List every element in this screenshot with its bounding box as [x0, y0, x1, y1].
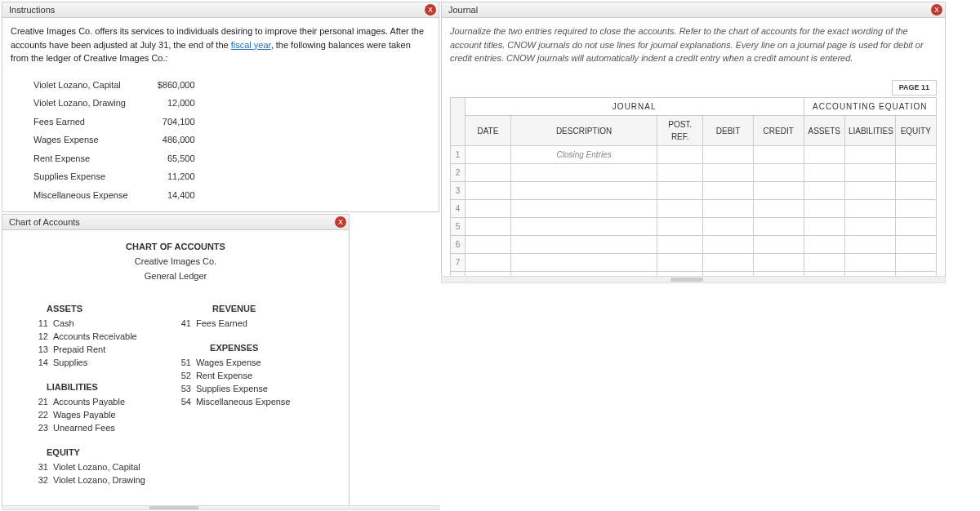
- journal-super-right: ACCOUNTING EQUATION: [804, 98, 937, 116]
- table-row: 1 Closing Entries: [451, 146, 937, 164]
- journal-title: Journal: [448, 5, 478, 15]
- list-item: 22Wages Payable: [35, 408, 145, 421]
- table-row: Violet Lozano, Drawing12,000: [29, 95, 200, 112]
- journal-body: Journalize the two entries required to c…: [442, 18, 945, 283]
- coa-heading: CHART OF ACCOUNTS: [11, 242, 341, 251]
- table-row: 6: [451, 236, 937, 254]
- col-date: DATE: [465, 116, 510, 146]
- coa-section-revenue: REVENUE: [178, 304, 291, 313]
- table-row: Fees Earned704,100: [29, 113, 200, 131]
- table-row: 5: [451, 218, 937, 236]
- equity-cell[interactable]: [895, 146, 936, 164]
- ledger-balances-table: Violet Lozano, Capital$860,000 Violet Lo…: [27, 75, 202, 206]
- col-liabilities: LIABILITIES: [844, 116, 895, 146]
- list-item: 54Miscellaneous Expense: [178, 395, 291, 408]
- coa-section-expenses: EXPENSES: [178, 343, 291, 353]
- coa-section-equity: EQUITY: [35, 447, 145, 457]
- page-label: PAGE 11: [892, 80, 937, 96]
- close-icon[interactable]: X: [335, 216, 346, 228]
- table-row: 3: [451, 182, 937, 200]
- credit-cell[interactable]: [753, 146, 804, 164]
- list-item: 12Accounts Receivable: [35, 330, 145, 343]
- col-debit: DEBIT: [703, 116, 754, 146]
- coa-section-liabilities: LIABILITIES: [35, 382, 145, 392]
- close-icon[interactable]: X: [425, 4, 436, 16]
- coa-body[interactable]: CHART OF ACCOUNTS Creative Images Co. Ge…: [2, 230, 349, 508]
- postref-cell[interactable]: [657, 146, 703, 164]
- liabilities-cell[interactable]: [844, 146, 895, 164]
- close-icon[interactable]: X: [931, 4, 942, 16]
- journal-instructions: Journalize the two entries required to c…: [450, 24, 937, 65]
- journal-header: Journal X: [442, 2, 945, 18]
- journal-table: JOURNAL ACCOUNTING EQUATION DATE DESCRIP…: [450, 97, 937, 283]
- table-row: Violet Lozano, Capital$860,000: [29, 77, 200, 94]
- scrollbar-thumb[interactable]: [670, 278, 703, 282]
- col-description: DESCRIPTION: [510, 116, 657, 146]
- journal-super-left: JOURNAL: [465, 98, 804, 116]
- list-item: 14Supplies: [35, 356, 145, 369]
- list-item: 32Violet Lozano, Drawing: [35, 473, 145, 487]
- coa-section-assets: ASSETS: [35, 304, 145, 313]
- debit-cell[interactable]: [703, 146, 754, 164]
- table-row: 2: [451, 164, 937, 182]
- list-item: 53Supplies Expense: [178, 382, 291, 395]
- journal-pane: Journal X Journalize the two entries req…: [441, 2, 946, 283]
- instructions-horizontal-scrollbar[interactable]: [2, 505, 439, 510]
- fiscal-year-link[interactable]: fiscal year: [231, 40, 271, 50]
- table-row: Miscellaneous Expense14,400: [29, 187, 200, 204]
- coa-header: Chart of Accounts X: [2, 215, 349, 230]
- assets-cell[interactable]: [804, 146, 844, 164]
- col-assets: ASSETS: [804, 116, 844, 146]
- date-cell[interactable]: [465, 146, 510, 164]
- table-row: Supplies Expense11,200: [29, 168, 200, 185]
- journal-horizontal-scrollbar[interactable]: [441, 276, 946, 283]
- list-item: 52Rent Expense: [178, 369, 291, 382]
- table-row: 4: [451, 200, 937, 218]
- scrollbar-thumb[interactable]: [149, 506, 198, 509]
- instructions-title: Instructions: [9, 5, 55, 15]
- table-row: Wages Expense486,000: [29, 131, 200, 149]
- coa-company: Creative Images Co.: [11, 256, 341, 266]
- list-item: 11Cash: [35, 317, 145, 330]
- coa-ledger-type: General Ledger: [11, 271, 341, 281]
- instructions-header: Instructions X: [2, 2, 439, 18]
- table-row: Rent Expense65,500: [29, 150, 200, 167]
- table-row: 7: [451, 254, 937, 272]
- col-credit: CREDIT: [753, 116, 804, 146]
- coa-right-column: REVENUE 41Fees Earned EXPENSES 51Wages E…: [178, 297, 291, 487]
- list-item: 51Wages Expense: [178, 356, 291, 369]
- chart-of-accounts-pane: Chart of Accounts X CHART OF ACCOUNTS Cr…: [2, 214, 350, 508]
- list-item: 21Accounts Payable: [35, 395, 145, 408]
- list-item: 31Violet Lozano, Capital: [35, 460, 145, 473]
- coa-left-column: ASSETS 11Cash 12Accounts Receivable 13Pr…: [35, 297, 145, 487]
- description-cell[interactable]: Closing Entries: [510, 146, 657, 164]
- col-equity: EQUITY: [895, 116, 936, 146]
- list-item: 23Unearned Fees: [35, 421, 145, 434]
- list-item: 13Prepaid Rent: [35, 343, 145, 356]
- list-item: 41Fees Earned: [178, 317, 291, 330]
- instructions-body: Creative Images Co. offers its services …: [2, 18, 439, 212]
- instructions-pane: Instructions X Creative Images Co. offer…: [2, 2, 439, 212]
- coa-title: Chart of Accounts: [9, 217, 80, 227]
- col-postref: POST. REF.: [657, 116, 703, 146]
